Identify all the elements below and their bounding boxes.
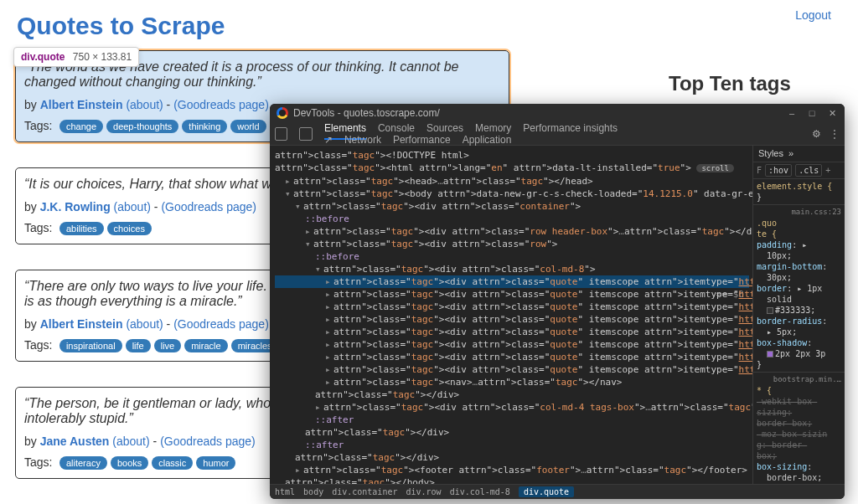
devtools-tab-sources[interactable]: Sources: [426, 122, 463, 134]
dom-line[interactable]: ▸attrn">class="tagc"><div attrn">class="…: [275, 313, 749, 326]
tag-pill[interactable]: life: [126, 339, 151, 352]
tag-pill[interactable]: abilities: [59, 222, 104, 235]
more-icon[interactable]: ⋮: [830, 128, 840, 140]
author-link[interactable]: Jane Austen: [40, 435, 110, 448]
tag-pill[interactable]: world: [230, 120, 266, 133]
top-ten-heading: Top Ten tags: [669, 72, 791, 95]
elements-panel[interactable]: attrn">class="tagc"><!DOCTYPE html>attrn…: [270, 146, 752, 484]
dom-line[interactable]: ▸attrn">class="tagc"><div attrn">class="…: [275, 363, 749, 376]
element-style-block[interactable]: element.style { }: [753, 179, 845, 205]
dom-line[interactable]: ▾attrn">class="tagc"><div attrn">class="…: [275, 200, 749, 213]
styles-tab[interactable]: Styles»: [753, 146, 845, 162]
settings-icon[interactable]: ⚙: [812, 128, 821, 140]
crumb[interactable]: div.col-md-8: [450, 487, 510, 496]
dom-line[interactable]: attrn">class="tagc"></body>: [275, 476, 749, 484]
dom-line-selected[interactable]: ▸attrn">class="tagc"><div attrn">class="…: [275, 275, 749, 288]
tag-pill[interactable]: deep-thoughts: [106, 120, 178, 133]
dom-line[interactable]: ::after: [275, 414, 749, 426]
tooltip-selector: div.quote: [21, 51, 65, 63]
dom-line[interactable]: ▾attrn">class="tagc"><div attrn">class="…: [275, 263, 749, 275]
devtools-title: DevTools - quotes.toscrape.com/: [293, 107, 440, 119]
crumb[interactable]: body: [303, 487, 323, 496]
crumb[interactable]: div.container: [332, 487, 397, 496]
tag-pill[interactable]: change: [59, 120, 103, 133]
dom-line[interactable]: ▾attrn">class="tagc"><body attrn">data-n…: [275, 188, 749, 200]
goodreads-link[interactable]: (Goodreads page): [160, 435, 256, 448]
about-link[interactable]: (about): [126, 98, 163, 111]
dom-line[interactable]: ::before: [275, 213, 749, 225]
crumb[interactable]: html: [275, 487, 295, 496]
styles-panel[interactable]: Styles» F :hov .cls + element.style { } …: [752, 146, 845, 484]
dom-line[interactable]: attrn">class="tagc"><html attrn">lang="e…: [275, 162, 749, 175]
page-title[interactable]: Quotes to Scrape: [0, 0, 858, 45]
bootstrap-block[interactable]: bootstrap.min.… * { -webkit-box- sizing:…: [753, 373, 845, 484]
dom-line[interactable]: ▸attrn">class="tagc"><div attrn">class="…: [275, 326, 749, 338]
goodreads-link[interactable]: (Goodreads page): [173, 317, 269, 331]
styles-filter[interactable]: F :hov .cls +: [753, 162, 845, 179]
inspect-tooltip: div.quote 750 × 133.81: [13, 47, 139, 67]
dom-line[interactable]: ▸attrn">class="tagc"><div attrn">class="…: [275, 225, 749, 238]
goodreads-link[interactable]: (Goodreads page): [161, 200, 256, 213]
dom-line[interactable]: ▸attrn">class="tagc"><div attrn">class="…: [275, 401, 749, 414]
devtools-tabs: ElementsConsoleSourcesMemoryPerformance …: [270, 122, 845, 146]
goodreads-link[interactable]: (Goodreads page): [173, 98, 269, 111]
tag-pill[interactable]: miracle: [184, 339, 227, 352]
about-link[interactable]: (about): [126, 317, 163, 331]
tag-pill[interactable]: aliteracy: [59, 456, 107, 470]
tag-pill[interactable]: inspirational: [59, 339, 122, 352]
dom-line[interactable]: attrn">class="tagc"></div>: [275, 426, 749, 439]
device-icon[interactable]: [299, 127, 312, 141]
dom-line[interactable]: ▸attrn">class="tagc"><div attrn">class="…: [275, 338, 749, 351]
close-button[interactable]: ✕: [826, 107, 838, 119]
dom-line[interactable]: attrn">class="tagc"></div>: [275, 451, 749, 464]
tooltip-dims: 750 × 133.81: [73, 51, 132, 63]
author-link[interactable]: J.K. Rowling: [40, 200, 111, 213]
author-link[interactable]: Albert Einstein: [40, 98, 123, 111]
dom-line[interactable]: ▸attrn">class="tagc"><footer attrn">clas…: [275, 464, 749, 476]
hov-toggle[interactable]: :hov: [765, 164, 792, 177]
tag-pill[interactable]: thinking: [182, 120, 227, 133]
tag-pill[interactable]: humor: [196, 456, 235, 470]
breadcrumb[interactable]: htmlbodydiv.containerdiv.rowdiv.col-md-8…: [270, 484, 845, 499]
dom-line[interactable]: ::after: [275, 439, 749, 451]
author-link[interactable]: Albert Einstein: [40, 317, 123, 331]
devtools-tab-application[interactable]: Application: [463, 134, 512, 146]
minimize-button[interactable]: –: [786, 107, 798, 119]
tag-pill[interactable]: live: [154, 339, 182, 352]
tag-pill[interactable]: choices: [107, 222, 152, 235]
dom-line[interactable]: ::before: [275, 250, 749, 263]
dom-line[interactable]: attrn">class="tagc"></div>: [275, 388, 749, 401]
devtools-tab-performance[interactable]: Performance: [393, 134, 451, 146]
maximize-button[interactable]: □: [806, 107, 818, 119]
tag-pill[interactable]: books: [111, 456, 148, 470]
dom-line[interactable]: ▸attrn">class="tagc"><div attrn">class="…: [275, 301, 749, 313]
dom-line[interactable]: ▸attrn">class="tagc"><div attrn">class="…: [275, 288, 749, 301]
devtools-titlebar[interactable]: DevTools - quotes.toscrape.com/ – □ ✕: [270, 104, 845, 122]
cls-toggle[interactable]: .cls: [795, 164, 822, 177]
dom-line[interactable]: attrn">class="tagc"><!DOCTYPE html>: [275, 149, 749, 162]
devtools-window[interactable]: DevTools - quotes.toscrape.com/ – □ ✕ El…: [270, 104, 845, 499]
inspect-icon[interactable]: [275, 127, 287, 141]
crumb[interactable]: div.quote: [519, 486, 574, 497]
logout-link[interactable]: Logout: [795, 8, 831, 22]
dom-line[interactable]: ▸attrn">class="tagc"><div attrn">class="…: [275, 351, 749, 363]
devtools-tab-network[interactable]: Network: [344, 134, 381, 146]
chrome-icon: [277, 107, 288, 119]
dom-line[interactable]: ▸attrn">class="tagc"><nav>…attrn">class=…: [275, 376, 749, 388]
about-link[interactable]: (about): [114, 200, 151, 213]
about-link[interactable]: (about): [112, 435, 149, 448]
add-rule-icon[interactable]: +: [825, 165, 830, 176]
dom-line[interactable]: ▾attrn">class="tagc"><div attrn">class="…: [275, 238, 749, 250]
dom-line[interactable]: ▸attrn">class="tagc"><head>…attrn">class…: [275, 175, 749, 188]
main-css-block[interactable]: main.css:23 .quo te { padding: ▸ 10px; m…: [753, 205, 845, 373]
tag-pill[interactable]: classic: [152, 456, 193, 470]
devtools-tab-memory[interactable]: Memory: [475, 122, 511, 134]
devtools-tab-console[interactable]: Console: [378, 122, 415, 134]
crumb[interactable]: div.row: [406, 487, 441, 496]
